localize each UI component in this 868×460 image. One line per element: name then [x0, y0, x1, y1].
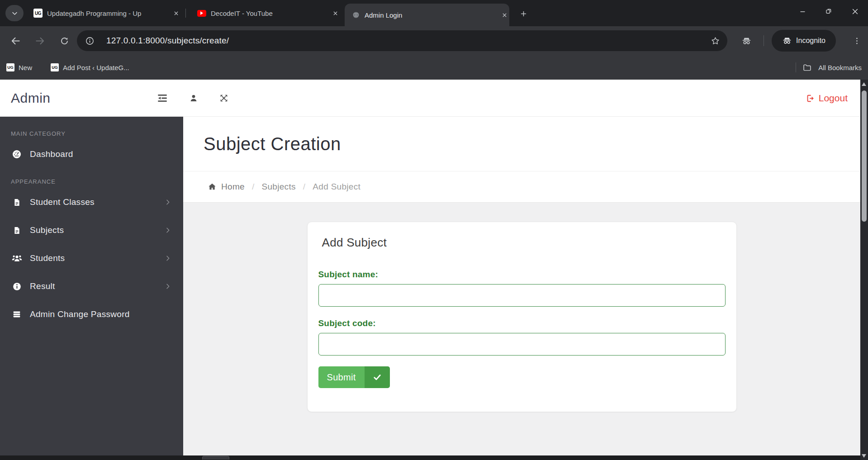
users-icon	[11, 253, 23, 263]
content-area: Add Subject Subject name: Subject code: …	[183, 203, 860, 455]
back-button[interactable]	[7, 33, 24, 49]
reload-button[interactable]	[56, 33, 72, 49]
logout-button[interactable]: Logout	[806, 80, 848, 117]
file-icon	[11, 198, 23, 207]
bookmarks-separator	[796, 62, 796, 72]
add-subject-card: Add Subject Subject name: Subject code: …	[307, 222, 737, 412]
main-content: Subject Creation Home Subjects Add Subje…	[183, 117, 860, 455]
sidebar-item-label: Admin Change Password	[30, 309, 171, 319]
chevron-down-icon	[11, 10, 18, 17]
incognito-label: Incognito	[796, 37, 825, 45]
submit-button[interactable]: Submit	[318, 366, 390, 388]
horizontal-scrollbar-thumb[interactable]	[202, 456, 229, 460]
subject-code-input[interactable]	[318, 333, 726, 356]
sidebar-item-result[interactable]: Result	[0, 272, 183, 300]
page-title: Subject Creation	[204, 134, 341, 154]
sidebar-section-label: APPEARANCE	[0, 175, 183, 188]
webpage: Admin Logout MAIN CATEGORY	[0, 80, 868, 460]
vertical-scrollbar[interactable]	[860, 80, 868, 460]
tab-title: Admin Login	[365, 11, 495, 19]
url-text: 127.0.0.1:8000/subjects/create/	[106, 36, 229, 46]
bookmark-add-post[interactable]: UG Add Post ‹ UpdateG...	[51, 55, 129, 80]
tab-title: DecodeIT - YouTube	[211, 9, 326, 17]
site-info-icon[interactable]	[85, 36, 95, 46]
tab-close-icon[interactable]	[171, 8, 181, 18]
scroll-up-arrow-icon[interactable]	[862, 82, 866, 86]
tab-close-icon[interactable]	[499, 10, 509, 20]
horizontal-scrollbar[interactable]	[0, 455, 860, 460]
header-icon-group	[157, 80, 229, 117]
incognito-extension-icon[interactable]	[738, 33, 754, 49]
chevron-right-icon	[164, 199, 171, 206]
window-controls	[789, 0, 868, 23]
expand-fullscreen-icon[interactable]	[219, 93, 229, 103]
incognito-badge: Incognito	[772, 30, 836, 52]
sidebar-item-dashboard[interactable]: Dashboard	[0, 140, 183, 168]
sidebar-item-students[interactable]: Students	[0, 244, 183, 272]
chevron-right-icon	[164, 255, 171, 262]
all-bookmarks-label: All Bookmarks	[818, 64, 862, 71]
chevron-right-icon	[164, 283, 171, 290]
restore-button[interactable]	[816, 0, 842, 23]
outdent-sidebar-toggle-icon[interactable]	[157, 92, 168, 104]
sidebar-item-subjects[interactable]: Subjects	[0, 216, 183, 244]
sidebar-item-label: Students	[30, 253, 157, 263]
new-tab-button[interactable]	[517, 7, 530, 20]
bookmarks-bar: UG New UG Add Post ‹ UpdateG... All Book…	[0, 55, 868, 80]
list-icon	[11, 309, 23, 319]
tab-close-icon[interactable]	[330, 8, 340, 18]
ug-favicon-icon: UG	[51, 63, 59, 71]
submit-label: Submit	[318, 366, 365, 388]
browser-tabstrip: UG Updategadh Programming - Up DecodeIT …	[0, 0, 868, 26]
sidebar-section-label: MAIN CATEGORY	[0, 127, 183, 140]
user-icon[interactable]	[189, 94, 198, 103]
tab-admin-login-active[interactable]: Admin Login	[345, 4, 509, 26]
sidebar-item-student-classes[interactable]: Student Classes	[0, 188, 183, 216]
sidebar-item-label: Result	[30, 281, 157, 291]
sidebar: MAIN CATEGORY Dashboard APPEARANCE Stude…	[0, 117, 183, 455]
globe-icon	[352, 11, 360, 19]
browser-menu-button[interactable]	[849, 33, 865, 49]
bookmark-label: Add Post ‹ UpdateG...	[63, 64, 129, 71]
ug-favicon-icon: UG	[33, 9, 43, 18]
dashboard-icon	[11, 149, 23, 160]
browser-toolbar: 127.0.0.1:8000/subjects/create/ Incognit…	[0, 26, 868, 55]
check-icon	[365, 366, 390, 388]
bookmark-label: New	[19, 64, 32, 71]
tab-separator	[185, 9, 186, 18]
brand-title: Admin	[11, 90, 51, 106]
sign-out-icon	[806, 94, 815, 103]
tab-search-button[interactable]	[5, 5, 24, 21]
bookmark-star-icon[interactable]	[711, 36, 720, 46]
breadcrumb: Home Subjects Add Subject	[183, 171, 860, 203]
breadcrumb-home[interactable]: Home	[221, 182, 245, 192]
sidebar-item-label: Subjects	[30, 225, 157, 235]
folder-icon	[802, 63, 812, 72]
tab-title: Updategadh Programming - Up	[47, 9, 166, 17]
logout-label: Logout	[819, 93, 848, 104]
subject-name-label: Subject name:	[318, 270, 726, 280]
address-bar[interactable]: 127.0.0.1:8000/subjects/create/	[77, 30, 727, 51]
bookmark-new[interactable]: UG New	[6, 55, 32, 80]
sidebar-item-label: Dashboard	[30, 149, 171, 159]
tab-updategadh[interactable]: UG Updategadh Programming - Up	[28, 5, 181, 22]
toolbar-separator	[764, 35, 764, 46]
page-title-band: Subject Creation	[183, 117, 860, 171]
minimize-button[interactable]	[789, 0, 816, 23]
youtube-favicon-icon	[197, 10, 206, 17]
all-bookmarks-button[interactable]: All Bookmarks	[796, 55, 862, 80]
sidebar-item-admin-change-password[interactable]: Admin Change Password	[0, 300, 183, 328]
plus-icon	[520, 10, 527, 18]
home-icon	[208, 182, 217, 191]
sidebar-item-label: Student Classes	[30, 197, 157, 207]
subject-code-label: Subject code:	[318, 318, 726, 328]
breadcrumb-add-subject: Add Subject	[296, 182, 360, 192]
incognito-icon	[782, 36, 792, 46]
tab-youtube[interactable]: DecodeIT - YouTube	[192, 5, 340, 22]
forward-button[interactable]	[32, 33, 48, 49]
scroll-down-arrow-icon[interactable]	[862, 454, 866, 458]
breadcrumb-subjects[interactable]: Subjects	[245, 182, 296, 192]
subject-name-input[interactable]	[318, 284, 726, 307]
close-window-button[interactable]	[842, 0, 868, 23]
vertical-scrollbar-thumb[interactable]	[862, 90, 867, 222]
